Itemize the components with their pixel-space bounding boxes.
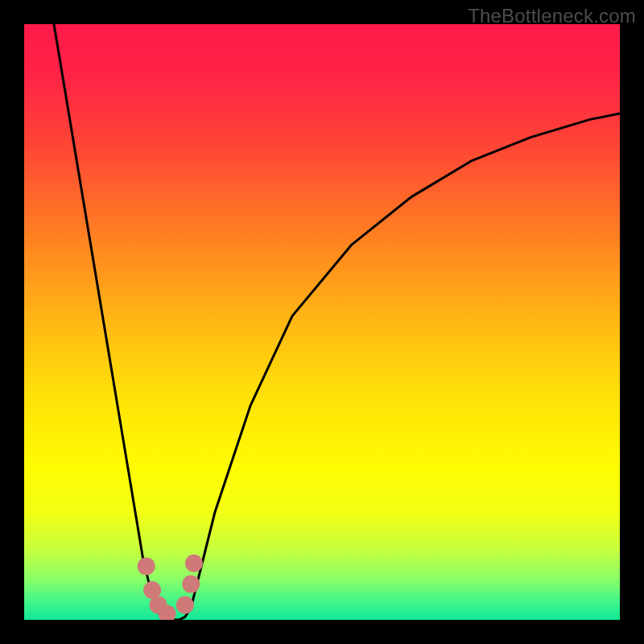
marker-dot xyxy=(138,557,155,575)
marker-dot xyxy=(182,576,200,593)
marker-dot xyxy=(185,555,203,572)
gradient-background xyxy=(24,24,620,620)
plot-area xyxy=(24,24,620,620)
watermark-text: TheBottleneck.com xyxy=(468,5,636,27)
chart-frame: TheBottleneck.com xyxy=(0,0,644,644)
plot-svg xyxy=(24,24,620,620)
marker-dot xyxy=(176,597,194,614)
